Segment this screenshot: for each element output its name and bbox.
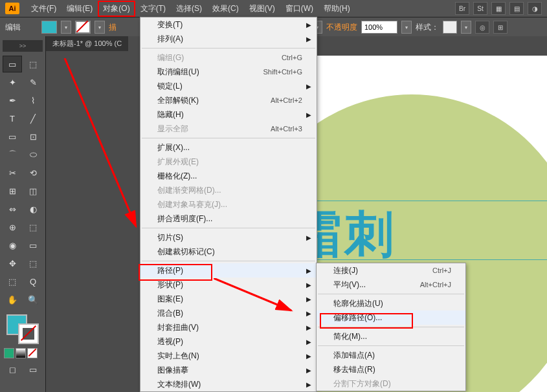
menu-item[interactable]: 封套扭曲(V)▶ [140, 320, 317, 334]
tool-6[interactable]: T [3, 110, 22, 127]
menu-帮助[interactable]: 帮助(H) [318, 1, 355, 17]
tools-panel: >> ▭⬚✦✎✒⌇T╱▭⊡⌒⬭✂⟲⊞◫⇔◐⊕⬚◉▭✥⬚⬚Q✋🔍 ◻ ▭ [0, 36, 46, 392]
menu-item[interactable]: 变换(T)▶ [140, 17, 317, 32]
mini-swatch-gradient[interactable] [16, 348, 26, 358]
menu-item[interactable]: 移去锚点(R) [317, 362, 465, 376]
menu-item[interactable]: 连接(J)Ctrl+J [317, 263, 465, 278]
menu-item[interactable]: 透视(P)▶ [140, 334, 317, 349]
menu-item[interactable]: 混合(B)▶ [140, 306, 317, 320]
menu-item[interactable]: 轮廓化描边(U) [317, 296, 465, 310]
menu-item-label: 透视(P) [157, 336, 183, 347]
stroke-dropdown-icon[interactable]: ▾ [95, 21, 105, 34]
menu-item[interactable]: 扩展(X)... [140, 140, 317, 155]
tool-15[interactable]: ◫ [23, 182, 43, 199]
menu-item[interactable]: 图像描摹▶ [140, 363, 317, 377]
menu-item[interactable]: 路径(P)▶ [140, 263, 317, 278]
menu-编辑[interactable]: 编辑(E) [61, 1, 98, 17]
tool-26[interactable]: ✋ [3, 291, 22, 308]
menu-item[interactable]: 全部解锁(K)Alt+Ctrl+2 [140, 93, 317, 107]
doc-setup-icon[interactable]: ◎ [475, 21, 489, 34]
tool-23[interactable]: ⬚ [23, 255, 43, 272]
tool-3[interactable]: ✎ [23, 74, 43, 91]
tool-21[interactable]: ▭ [23, 237, 43, 254]
menu-文件[interactable]: 文件(F) [26, 1, 61, 17]
stock-icon[interactable]: St [473, 2, 487, 15]
tool-5[interactable]: ⌇ [23, 92, 43, 109]
menubar: Ai 文件(F)编辑(E)对象(O)文字(T)选择(S)效果(C)视图(V)窗口… [0, 0, 547, 17]
menu-文字[interactable]: 文字(T) [135, 1, 171, 17]
opacity-input[interactable] [361, 21, 397, 34]
menu-item[interactable]: 形状(P)▶ [140, 278, 317, 292]
menu-item[interactable]: 隐藏(H)▶ [140, 107, 317, 122]
tools-collapse[interactable]: >> [3, 40, 43, 52]
menu-item[interactable]: 切片(S)▶ [140, 230, 317, 245]
menu-item-label: 简化(M)... [333, 331, 367, 342]
tool-9[interactable]: ⊡ [23, 128, 43, 145]
screen-mode-tool[interactable]: ◻ [3, 361, 22, 378]
opacity-dropdown-icon[interactable]: ▾ [401, 21, 412, 34]
menu-item-label: 路径(P) [157, 265, 183, 276]
tool-13[interactable]: ⟲ [23, 164, 43, 181]
menu-item[interactable]: 添加锚点(A) [317, 348, 465, 362]
fill-swatch[interactable] [41, 21, 57, 34]
tool-25[interactable]: Q [23, 273, 43, 290]
menu-item-label: 轮廓化描边(U) [333, 298, 383, 309]
tool-27[interactable]: 🔍 [23, 291, 43, 308]
tool-2[interactable]: ✦ [3, 74, 22, 91]
tool-16[interactable]: ⇔ [3, 201, 22, 217]
tool-22[interactable]: ✥ [3, 255, 22, 272]
menu-item[interactable]: 平均(V)...Alt+Ctrl+J [317, 278, 465, 292]
mini-swatch-color[interactable] [4, 348, 14, 358]
style-dropdown-icon[interactable]: ▾ [461, 21, 471, 34]
change-screen-tool[interactable]: ▭ [23, 361, 43, 378]
menu-item[interactable]: 栅格化(Z)... [140, 169, 317, 183]
menu-item[interactable]: 创建裁切标记(C) [140, 245, 317, 259]
menu-item[interactable]: 简化(M)... [317, 329, 465, 343]
menu-对象[interactable]: 对象(O) [98, 1, 135, 17]
menu-separator [142, 138, 315, 138]
menu-视图[interactable]: 视图(V) [244, 1, 280, 17]
tool-14[interactable]: ⊞ [3, 182, 22, 199]
menu-item[interactable]: 拼合透明度(F)... [140, 212, 317, 226]
gpu-icon[interactable]: ◑ [528, 2, 542, 15]
menu-item[interactable]: 偏移路径(O)... [317, 310, 465, 325]
tool-0[interactable]: ▭ [3, 56, 22, 72]
menu-item-label: 取消编组(U) [157, 67, 199, 78]
prefs-icon[interactable]: ⊞ [493, 21, 508, 34]
menu-item[interactable]: 锁定(L)▶ [140, 79, 317, 93]
tool-1[interactable]: ⬚ [23, 56, 43, 72]
tool-8[interactable]: ▭ [3, 128, 22, 145]
document-tab[interactable]: 未标题-1* @ 100% (C [46, 36, 128, 51]
tool-19[interactable]: ⬚ [23, 219, 43, 235]
menu-item[interactable]: 实时上色(N)▶ [140, 349, 317, 363]
style-label: 样式： [416, 22, 439, 33]
bridge-icon[interactable]: Br [455, 2, 469, 15]
fill-dropdown-icon[interactable]: ▾ [61, 21, 71, 34]
style-swatch[interactable] [443, 21, 457, 34]
menu-item[interactable]: 排列(A)▶ [140, 32, 317, 46]
arrange-icon[interactable]: ▦ [491, 2, 506, 15]
menu-效果[interactable]: 效果(C) [207, 1, 244, 17]
opacity-label[interactable]: 不透明度 [326, 22, 357, 33]
tool-18[interactable]: ⊕ [3, 219, 22, 235]
tool-10[interactable]: ⌒ [3, 146, 22, 163]
tool-7[interactable]: ╱ [23, 110, 43, 127]
stroke-color[interactable] [18, 323, 39, 344]
arrange2-icon[interactable]: ▤ [509, 2, 524, 15]
menu-item[interactable]: 文本绕排(W)▶ [140, 377, 317, 391]
menu-item[interactable]: 图案(E)▶ [140, 292, 317, 306]
tool-20[interactable]: ◉ [3, 237, 22, 254]
tool-12[interactable]: ✂ [3, 164, 22, 181]
mini-swatch-none[interactable] [27, 348, 38, 358]
tool-24[interactable]: ⬚ [3, 273, 22, 290]
menu-选择[interactable]: 选择(S) [171, 1, 207, 17]
stroke-swatch[interactable] [75, 21, 91, 34]
fill-stroke-control[interactable] [4, 314, 41, 344]
menu-item-label: 创建渐变网格(D)... [157, 185, 221, 196]
tool-17[interactable]: ◐ [23, 201, 43, 217]
menu-窗口[interactable]: 窗口(W) [280, 1, 318, 17]
menu-item[interactable]: 取消编组(U)Shift+Ctrl+G [140, 65, 317, 79]
menu-item: 分割下方对象(D) [317, 376, 465, 391]
tool-11[interactable]: ⬭ [23, 146, 43, 163]
tool-4[interactable]: ✒ [3, 92, 22, 109]
